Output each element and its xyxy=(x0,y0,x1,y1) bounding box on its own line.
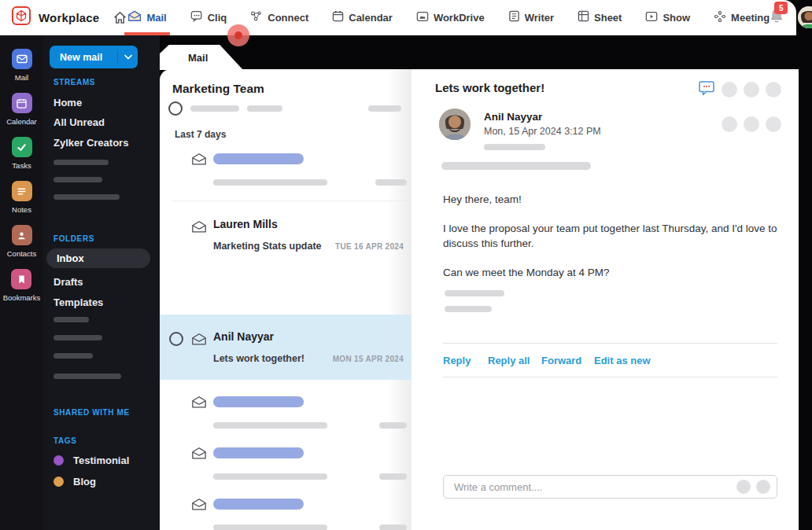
rail-label: Tasks xyxy=(12,161,31,170)
comment-action-placeholder[interactable] xyxy=(736,480,751,494)
rail-item-contacts[interactable]: Contacts xyxy=(7,225,37,258)
nav-calendar[interactable]: Calendar xyxy=(332,0,393,35)
select-all-checkbox[interactable] xyxy=(168,101,183,116)
mail-item-skeleton[interactable] xyxy=(160,396,412,435)
nav-writer[interactable]: Writer xyxy=(508,0,554,35)
group-label-last-7-days: Last 7 days xyxy=(175,129,226,140)
meeting-icon xyxy=(714,10,726,25)
skeleton-bar xyxy=(379,422,407,429)
forward-button[interactable]: Forward xyxy=(541,355,594,366)
rail-item-mail[interactable]: Mail xyxy=(12,49,32,82)
tag-blog[interactable]: Blog xyxy=(54,476,96,488)
skeleton-bar xyxy=(445,290,504,296)
rail-item-calendar[interactable]: Calendar xyxy=(6,93,37,126)
mail-item-skeleton[interactable] xyxy=(160,447,412,486)
message-toolbar-row-2 xyxy=(722,116,781,132)
sidebar-item-home[interactable]: Home xyxy=(54,97,82,109)
sidebar-item-inbox[interactable]: Inbox xyxy=(46,248,150,268)
sidebar-item-drafts[interactable]: Drafts xyxy=(54,276,83,288)
mail-item-skeleton[interactable] xyxy=(160,498,412,530)
brand: Workplace xyxy=(0,6,127,29)
mail-sender: Anil Nayyar xyxy=(213,330,274,343)
new-mail-dropdown-icon[interactable] xyxy=(117,50,138,64)
app-nav: Mail Cliq Connect Calendar xyxy=(127,0,770,35)
bookmarks-app-icon xyxy=(11,269,31,289)
reply-button[interactable]: Reply xyxy=(443,355,488,366)
toolbar-action-placeholder[interactable] xyxy=(766,116,781,132)
envelope-icon xyxy=(191,153,207,169)
sheet-icon xyxy=(578,10,589,24)
mail-tab-label: Mail xyxy=(160,52,208,64)
skeleton-bar xyxy=(190,105,239,112)
toolbar-action-placeholder[interactable] xyxy=(722,116,737,132)
nav-sheet[interactable]: Sheet xyxy=(578,0,622,35)
tasks-app-icon xyxy=(12,137,32,157)
skeleton-bar xyxy=(379,473,407,480)
mail-app-icon xyxy=(12,49,32,69)
mail-nav-icon xyxy=(127,10,142,24)
nav-workdrive[interactable]: WorkDrive xyxy=(416,0,485,35)
nav-connect[interactable]: Connect xyxy=(250,0,308,35)
tag-color-dot xyxy=(54,477,64,487)
mail-item-anil-nayyar-selected[interactable]: Anil Nayyar Lets work together! MON 15 A… xyxy=(160,315,412,380)
notifications-bell-icon[interactable]: 5 xyxy=(770,8,784,27)
toolbar-action-placeholder[interactable] xyxy=(744,116,759,132)
tag-label: Blog xyxy=(73,476,96,488)
app-rail: Mail Calendar Tasks Notes Contacts xyxy=(0,35,43,530)
nav-meeting[interactable]: Meeting xyxy=(714,0,770,35)
skeleton-bar xyxy=(54,317,89,322)
calendar-nav-icon xyxy=(332,10,344,24)
skeleton-bar xyxy=(213,153,304,164)
edit-as-new-button[interactable]: Edit as new xyxy=(594,355,651,366)
sidebar-item-templates[interactable]: Templates xyxy=(54,296,103,308)
comment-action-placeholder[interactable] xyxy=(756,480,770,494)
nav-label: Connect xyxy=(268,12,308,24)
rail-item-tasks[interactable]: Tasks xyxy=(12,137,32,170)
toolbar-action-placeholder[interactable] xyxy=(744,82,759,98)
notification-badge: 5 xyxy=(774,2,788,14)
mail-item-lauren-mills[interactable]: Lauren Mills Marketing Stats update TUE … xyxy=(160,220,412,264)
mail-tab[interactable]: Mail xyxy=(160,45,243,70)
mail-list-title: Marketing Team xyxy=(172,82,264,96)
skeleton-bar xyxy=(213,179,327,186)
skeleton-bar xyxy=(247,105,282,112)
rail-item-bookmarks[interactable]: Bookmarks xyxy=(3,269,41,302)
mail-date: TUE 16 APR 2024 xyxy=(335,242,404,251)
writer-icon xyxy=(508,10,520,24)
toolbar-action-placeholder[interactable] xyxy=(766,82,781,98)
nav-mail[interactable]: Mail xyxy=(127,0,166,35)
new-mail-button[interactable]: New mail xyxy=(50,46,138,68)
nav-cliq[interactable]: Cliq xyxy=(190,0,227,35)
rail-item-notes[interactable]: Notes xyxy=(12,181,32,214)
home-icon[interactable] xyxy=(113,10,127,25)
skeleton-bar xyxy=(484,144,545,150)
skeleton-bar xyxy=(213,524,327,530)
comment-icon[interactable] xyxy=(698,80,715,99)
reply-all-button[interactable]: Reply all xyxy=(488,355,541,366)
mail-item-content: Anil Nayyar Lets work together! MON 15 A… xyxy=(160,333,412,377)
top-bar: Workplace Mail Cliq xyxy=(0,0,796,35)
tag-testimonial[interactable]: Testimonial xyxy=(54,455,129,466)
app-window: Workplace Mail Cliq xyxy=(0,0,812,530)
body-paragraph: Can we meet the Monday at 4 PM? xyxy=(443,265,781,281)
body-paragraph: I love the proposal your team put togeth… xyxy=(443,221,781,252)
cursor-click-indicator xyxy=(227,24,249,46)
folders-header: FOLDERS xyxy=(54,234,94,243)
mail-item-skeleton[interactable] xyxy=(160,153,412,192)
nav-label: Calendar xyxy=(349,12,393,24)
skeleton-bar xyxy=(213,447,304,458)
toolbar-action-placeholder[interactable] xyxy=(722,82,737,98)
skeleton-bar xyxy=(54,374,121,379)
message-title: Lets work together! xyxy=(435,81,544,94)
skeleton-bar xyxy=(375,179,407,186)
sidebar-item-zylker-creators[interactable]: Zylker Creators xyxy=(54,137,128,149)
sidebar-item-all-unread[interactable]: All Unread xyxy=(54,116,105,128)
show-icon xyxy=(645,11,658,24)
skeleton-bar xyxy=(441,162,591,170)
message-actions: Reply Reply all Forward Edit as new xyxy=(443,355,651,366)
nav-show[interactable]: Show xyxy=(645,0,690,35)
comment-input[interactable] xyxy=(444,481,736,493)
workdrive-icon xyxy=(416,11,429,24)
skeleton-bar xyxy=(54,335,102,340)
user-avatar[interactable] xyxy=(798,6,812,28)
